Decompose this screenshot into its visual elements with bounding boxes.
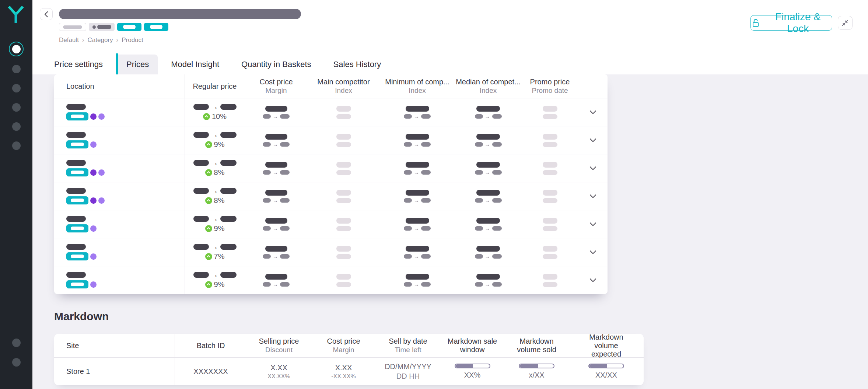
table-row[interactable]: →7%→→→	[54, 238, 608, 266]
collapse-view-button[interactable]	[838, 16, 853, 30]
table-row[interactable]: →9%→→→	[54, 126, 608, 154]
tab-prices[interactable]: Prices	[116, 55, 158, 74]
placeholder-pill	[475, 282, 483, 287]
placeholder-pill	[220, 104, 237, 110]
breadcrumb-separator-icon: ›	[116, 36, 119, 44]
placeholder-pill	[492, 226, 502, 231]
index-placeholder: →	[404, 114, 431, 119]
price-change-placeholder: →	[193, 216, 237, 222]
markdown-table-row[interactable]: Store 1 XXXXXXX X.XX XX.XX% X.XX -XX.XX%…	[54, 358, 644, 385]
sidebar-item-5[interactable]	[12, 141, 21, 150]
margin-value: -XX.XX%	[331, 373, 356, 380]
promo-date-placeholder	[543, 254, 557, 259]
arrow-right-icon: →	[273, 170, 278, 175]
tag-dot-violet-icon	[90, 225, 97, 232]
md-column-header-cost-price: Cost priceMargin	[311, 334, 376, 357]
arrow-right-icon: →	[414, 142, 419, 147]
tab-quantity-in-baskets[interactable]: Quantity in Baskets	[232, 55, 320, 74]
chevron-up-circle-icon	[205, 225, 212, 232]
table-row[interactable]: →9%→→→	[54, 266, 608, 294]
location-tags	[66, 252, 97, 260]
back-button[interactable]	[40, 8, 53, 20]
md-column-header-selling-price: Selling priceDiscount	[246, 334, 311, 357]
row-expander-button[interactable]	[578, 126, 608, 154]
placeholder-pill	[220, 272, 237, 278]
row-expander-button[interactable]	[578, 266, 608, 294]
sidebar-bottom-item-2[interactable]	[12, 358, 21, 367]
discount-value: XX.XX%	[267, 373, 290, 380]
value-placeholder	[476, 246, 500, 252]
row-expander-button[interactable]	[578, 182, 608, 210]
row-expander-button[interactable]	[578, 154, 608, 182]
brand-y-logo[interactable]	[6, 4, 27, 25]
md-column-header-batch-id: Batch ID	[175, 334, 246, 357]
row-expander-button[interactable]	[578, 238, 608, 266]
chevron-up-circle-icon	[205, 253, 212, 260]
placeholder-pill	[421, 198, 431, 203]
placeholder-pill	[336, 226, 351, 231]
sidebar-item-active[interactable]	[9, 42, 24, 56]
arrow-right-icon: →	[485, 282, 490, 287]
placeholder-pill	[476, 246, 500, 252]
header-chip-2[interactable]	[89, 23, 115, 31]
table-row[interactable]: →8%→→→	[54, 154, 608, 182]
placeholder-pill	[543, 226, 557, 231]
tab-price-settings[interactable]: Price settings	[54, 55, 112, 74]
placeholder-pill	[406, 162, 429, 168]
markdown-cell-sale-window: XX%	[440, 358, 504, 385]
table-row[interactable]: →8%→→→	[54, 182, 608, 210]
arrow-right-icon: →	[211, 132, 218, 138]
sidebar-bottom-item-1[interactable]	[12, 339, 21, 347]
competitor-index-placeholder	[336, 198, 351, 203]
placeholder-pill	[404, 254, 412, 259]
tab-model-insight[interactable]: Model Insight	[162, 55, 228, 74]
competitor-price-placeholder	[336, 106, 351, 112]
cost-price-placeholder	[265, 246, 287, 252]
cost-price-placeholder	[265, 274, 287, 280]
breadcrumb-item-category[interactable]: Category	[88, 36, 113, 44]
header-chip-1[interactable]	[59, 23, 86, 31]
value-placeholder	[406, 106, 429, 112]
tab-sales-history[interactable]: Sales History	[325, 55, 390, 74]
price-change-percent: 9%	[214, 140, 225, 149]
table-row[interactable]: →9%→→→	[54, 210, 608, 238]
markdown-heading: Markdown	[54, 310, 109, 323]
index-placeholder: →	[475, 282, 502, 287]
price-change-indicator: 9%	[205, 280, 225, 289]
placeholder-pill	[476, 190, 500, 196]
header-chip-3[interactable]	[117, 23, 141, 31]
finalize-lock-button[interactable]: Finalize & Lock	[750, 15, 832, 31]
markdown-cell-cost-price: X.XX -XX.XX%	[311, 358, 376, 385]
placeholder-pill	[404, 226, 412, 231]
cell-location	[54, 238, 185, 266]
cell-location	[54, 266, 185, 294]
arrow-right-icon: →	[273, 198, 278, 203]
sidebar-item-4[interactable]	[12, 122, 21, 131]
column-title: Sell by date	[389, 337, 427, 346]
tag-dot-violet-icon	[98, 197, 105, 204]
sidebar-item-2[interactable]	[12, 84, 21, 92]
index-placeholder: →	[404, 198, 431, 203]
cost-price-placeholder	[265, 134, 287, 140]
sidebar-item-1[interactable]	[12, 65, 21, 73]
placeholder-pill	[406, 106, 429, 112]
breadcrumb-item-default[interactable]: Default	[59, 36, 79, 44]
breadcrumb-item-product[interactable]: Product	[122, 36, 143, 44]
placeholder-pill	[220, 132, 237, 138]
sidebar-item-3[interactable]	[12, 103, 21, 112]
promo-price-placeholder	[543, 106, 557, 112]
price-change-indicator: 10%	[203, 112, 227, 121]
row-expander-button[interactable]	[578, 98, 608, 126]
table-row[interactable]: →10%→→→	[54, 98, 608, 126]
margin-placeholder: →	[263, 170, 290, 175]
cell-minimum-competitor: →	[379, 266, 455, 294]
placeholder-pill	[404, 282, 412, 287]
placeholder-pill	[193, 272, 209, 278]
cell-main-competitor	[308, 98, 379, 126]
arrow-right-icon: →	[273, 142, 278, 147]
header-chip-4[interactable]	[144, 23, 168, 31]
markdown-cell-batch-id: XXXXXXX	[175, 358, 246, 385]
row-expander-button[interactable]	[578, 210, 608, 238]
selling-price-value: X.XX	[270, 364, 287, 372]
promo-price-placeholder	[543, 218, 557, 224]
